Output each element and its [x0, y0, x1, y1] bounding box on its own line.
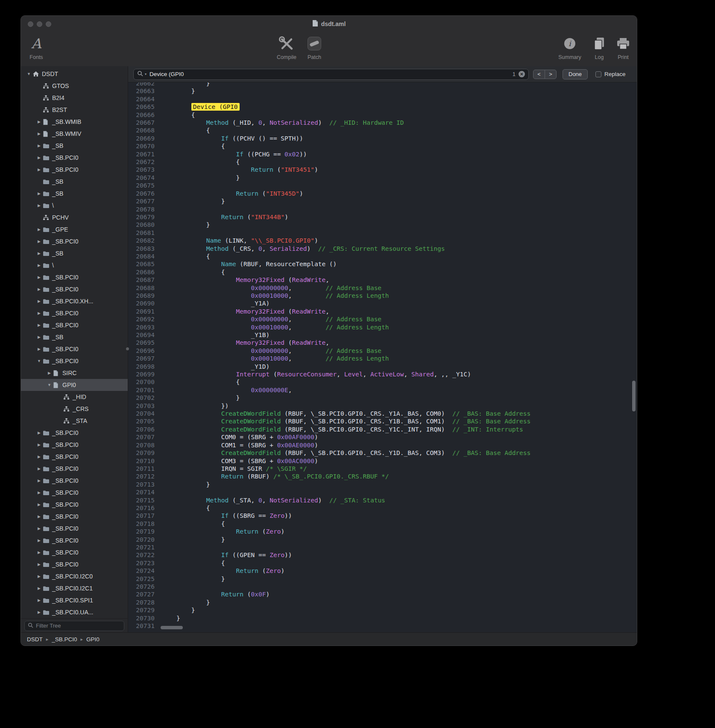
tree-item[interactable]: ▶\ — [21, 259, 128, 271]
chevron-right-icon[interactable]: ▶ — [35, 443, 43, 447]
chevron-down-icon[interactable]: ▼ — [46, 383, 53, 387]
tree-item[interactable]: ▶_SB.PCI0 — [21, 511, 128, 523]
chevron-right-icon[interactable]: ▶ — [35, 203, 43, 208]
tree-item[interactable]: ▶_SB.PCI0 — [21, 475, 128, 487]
tree-item[interactable]: ▶_SB.PCI0 — [21, 463, 128, 475]
vertical-scrollbar[interactable] — [632, 381, 636, 411]
chevron-right-icon[interactable]: ▶ — [35, 287, 43, 291]
tree-item[interactable]: GTOS — [21, 80, 128, 92]
tree-item[interactable]: ▶_SB.PCI0.I2C0 — [21, 570, 128, 582]
filter-tree-input[interactable]: Filter Tree — [24, 621, 124, 631]
chevron-right-icon[interactable]: ▶ — [35, 120, 43, 124]
tree-item[interactable]: ▶_SB.PCI0 — [21, 343, 128, 355]
clear-search-icon[interactable]: ✕ — [519, 71, 525, 77]
chevron-right-icon[interactable]: ▶ — [35, 191, 43, 196]
tree-item[interactable]: ▶_SB.PCI0 — [21, 164, 128, 176]
tree-item[interactable]: ▶_SB.PCI0.I2C1 — [21, 582, 128, 594]
chevron-right-icon[interactable]: ▶ — [35, 311, 43, 315]
summary-button[interactable]: i Summary — [554, 34, 585, 60]
chevron-down-icon[interactable]: ▼ — [35, 359, 43, 363]
tree-item[interactable]: ▶_SB.WMIB — [21, 116, 128, 128]
breadcrumb-item[interactable]: _SB.PCI0 — [52, 636, 77, 643]
tree-item[interactable]: ▶_SB.PCI0 — [21, 546, 128, 558]
tree-item[interactable]: ▼DSDT — [21, 68, 128, 80]
chevron-right-icon[interactable]: ▶ — [35, 586, 43, 590]
tree-item[interactable]: ▶_SB.PCI0 — [21, 523, 128, 534]
breadcrumb-item[interactable]: GPI0 — [86, 636, 100, 643]
tree-item[interactable]: B2I4 — [21, 92, 128, 104]
tree-item[interactable]: ▶\ — [21, 200, 128, 211]
horizontal-scrollbar[interactable] — [161, 626, 183, 629]
tree-item[interactable]: ▶_SB — [21, 188, 128, 200]
chevron-right-icon[interactable]: ▶ — [35, 323, 43, 327]
chevron-right-icon[interactable]: ▶ — [35, 562, 43, 567]
tree-item[interactable]: ▶_SB.PCI0 — [21, 319, 128, 331]
tree-item[interactable]: ▶_SB.PCI0 — [21, 427, 128, 439]
chevron-right-icon[interactable]: ▶ — [35, 144, 43, 148]
tree-item[interactable]: ▶_SB.PCI0 — [21, 235, 128, 247]
tree-item[interactable]: ▶_SB.PCI0 — [21, 307, 128, 319]
sidebar-resize-handle[interactable] — [126, 347, 129, 350]
chevron-right-icon[interactable]: ▶ — [35, 251, 43, 255]
breadcrumb-item[interactable]: DSDT — [27, 636, 43, 643]
tree-item[interactable]: ▶_SB.PCI0.UA... — [21, 606, 128, 618]
tree-item[interactable]: ▶_SB.PCI0 — [21, 558, 128, 570]
chevron-right-icon[interactable]: ▶ — [35, 299, 43, 303]
tree-item[interactable]: ▶_GPE — [21, 223, 128, 235]
code-editor[interactable]: 20662 }20663 }2066420665 Device (GPI0206… — [128, 82, 637, 633]
tree-item[interactable]: ▶_SB.PCI0 — [21, 271, 128, 283]
tree-item[interactable]: ▶_SB.PCI0 — [21, 152, 128, 164]
chevron-right-icon[interactable]: ▶ — [35, 335, 43, 339]
tree-item[interactable]: PCHV — [21, 211, 128, 223]
replace-checkbox[interactable] — [595, 71, 601, 77]
chevron-right-icon[interactable]: ▶ — [35, 275, 43, 279]
chevron-right-icon[interactable]: ▶ — [35, 490, 43, 495]
tree-item[interactable]: _SB — [21, 176, 128, 188]
chevron-right-icon[interactable]: ▶ — [46, 371, 53, 375]
chevron-right-icon[interactable]: ▶ — [35, 227, 43, 232]
chevron-right-icon[interactable]: ▶ — [35, 538, 43, 543]
tree-item[interactable]: _CRS — [21, 403, 128, 415]
tree-item[interactable]: _STA — [21, 415, 128, 427]
fonts-button[interactable]: A Fonts — [21, 34, 52, 60]
chevron-right-icon[interactable]: ▶ — [35, 455, 43, 459]
tree-item[interactable]: ▶_SB — [21, 247, 128, 259]
tree-item[interactable]: ▶_SB.PCI0 — [21, 499, 128, 511]
chevron-right-icon[interactable]: ▶ — [35, 478, 43, 483]
chevron-right-icon[interactable]: ▶ — [35, 347, 43, 351]
chevron-right-icon[interactable]: ▶ — [35, 431, 43, 435]
tree-item[interactable]: ▶_SB.PCI0 — [21, 451, 128, 463]
chevron-right-icon[interactable]: ▶ — [35, 502, 43, 507]
tree-item[interactable]: ▶_SB.PCI0.SPI1 — [21, 594, 128, 606]
chevron-right-icon[interactable]: ▶ — [35, 514, 43, 519]
tree-item[interactable]: ▶_SB.PCI0 — [21, 534, 128, 546]
chevron-right-icon[interactable]: ▶ — [35, 239, 43, 244]
tree-item[interactable]: ▶_SB.WMIV — [21, 128, 128, 140]
chevron-right-icon[interactable]: ▶ — [35, 610, 43, 614]
chevron-right-icon[interactable]: ▶ — [35, 574, 43, 578]
tree-item[interactable]: ▶_SB — [21, 331, 128, 343]
tree-item[interactable]: ▶SIRC — [21, 367, 128, 379]
tree-item[interactable]: ▼GPI0 — [21, 379, 128, 391]
tree-item[interactable]: ▶_SB — [21, 140, 128, 152]
find-next-button[interactable]: > — [545, 70, 557, 79]
chevron-right-icon[interactable]: ▶ — [35, 167, 43, 172]
chevron-right-icon[interactable]: ▶ — [35, 132, 43, 136]
tree-item[interactable]: ▶_SB.PCI0 — [21, 283, 128, 295]
tree-item[interactable]: B2ST — [21, 104, 128, 116]
tree-item[interactable]: ▶_SB.PCI0 — [21, 439, 128, 451]
chevron-down-icon[interactable]: ▼ — [25, 72, 32, 76]
print-button[interactable]: Print — [608, 34, 637, 60]
tree-item[interactable]: _HID — [21, 391, 128, 403]
tree-item[interactable]: ▶_SB.PCI0 — [21, 487, 128, 499]
compile-button[interactable]: Compile — [271, 34, 302, 60]
chevron-right-icon[interactable]: ▶ — [35, 550, 43, 555]
chevron-right-icon[interactable]: ▶ — [35, 598, 43, 602]
tree-item[interactable]: ▼_SB.PCI0 — [21, 355, 128, 367]
done-button[interactable]: Done — [563, 69, 588, 79]
patch-button[interactable]: Patch — [299, 34, 330, 60]
chevron-right-icon[interactable]: ▶ — [35, 526, 43, 531]
chevron-right-icon[interactable]: ▶ — [35, 263, 43, 267]
find-previous-button[interactable]: < — [533, 70, 545, 79]
chevron-right-icon[interactable]: ▶ — [35, 467, 43, 471]
